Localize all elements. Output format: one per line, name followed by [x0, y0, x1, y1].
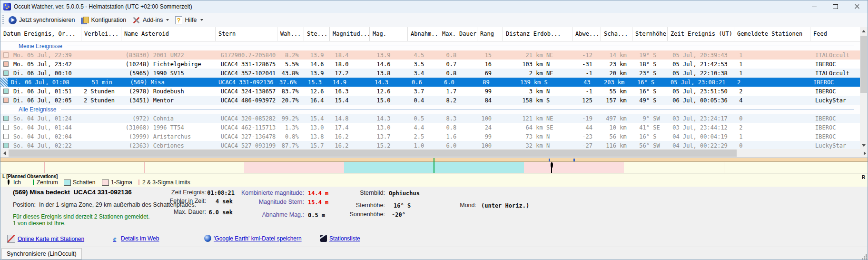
- cell-wah: 37.6%: [276, 79, 302, 86]
- table-row[interactable]: Di. 06 Jul, 00:10 (5965) 1990 SV15UCAC4 …: [0, 69, 861, 78]
- column-header[interactable]: Mag.: [370, 27, 408, 41]
- column-header[interactable]: Verblei...: [81, 27, 121, 41]
- column-header[interactable]: Feed: [810, 27, 861, 41]
- minimize-icon: [812, 7, 817, 7]
- your-station-text: 1 von diesen ist Ihre.: [13, 220, 66, 227]
- row-checkbox[interactable]: [3, 116, 9, 121]
- cell-name: (3999) Aristarchus: [122, 133, 216, 140]
- addins-menu-button[interactable]: Add-ins: [130, 14, 173, 26]
- column-header[interactable]: Abnahm...: [408, 27, 439, 41]
- online-map-link[interactable]: Online Karte mit Stationen: [7, 235, 84, 243]
- table-row[interactable]: So. 04 Jul, 02:04 (3999) AristarchusUCAC…: [0, 132, 861, 141]
- column-header[interactable]: Name Asteroid: [121, 27, 216, 41]
- column-header[interactable]: Magnitud...: [330, 27, 370, 41]
- cell-feed: IBEROC: [810, 115, 861, 122]
- scroll-up-button[interactable]: [860, 27, 868, 35]
- cell-distanz: 103 km N: [503, 61, 572, 68]
- column-header[interactable]: Gemeldete Stationen: [734, 27, 810, 41]
- cell-abnahm: 0.5: [408, 115, 440, 122]
- horizontal-scrollbar[interactable]: [0, 149, 868, 157]
- minimize-button[interactable]: [803, 0, 825, 13]
- sigma1-swatch-icon: [102, 180, 109, 186]
- resize-grip[interactable]: [861, 254, 867, 260]
- maximize-icon: [833, 4, 838, 9]
- sigma-limit-line: [144, 162, 145, 173]
- close-icon: [854, 4, 860, 10]
- cell-name: (5965) 1990 SV15: [122, 70, 216, 77]
- toolbar-grip[interactable]: [2, 15, 4, 25]
- time-error-value: 4 sek: [191, 198, 233, 205]
- column-header[interactable]: Stern: [216, 27, 277, 41]
- cell-stern: UCAC4 331-092136: [214, 79, 276, 86]
- help-menu-button[interactable]: Hilfe: [173, 14, 207, 26]
- cell-abwe: -23: [572, 133, 601, 140]
- vertical-scrollbar[interactable]: [860, 27, 868, 149]
- station-list-link[interactable]: Stationsliste: [320, 235, 360, 242]
- scroll-right-button[interactable]: [861, 149, 868, 157]
- row-checkbox[interactable]: [3, 134, 9, 139]
- table-row[interactable]: Di. 06 Jul, 01:512 Stunden (2978) Roudeb…: [0, 87, 861, 96]
- configuration-button[interactable]: Konfiguration: [79, 14, 130, 26]
- row-checkbox[interactable]: [0, 78, 8, 87]
- table-row[interactable]: So. 04 Jul, 01:44(31068) 1996 TT54UCAC4 …: [0, 123, 861, 132]
- cell-distanz: 73 km N: [503, 133, 572, 140]
- cell-scha: 203 km: [599, 79, 631, 86]
- table-row[interactable]: Di. 06 Jul, 01:08 51 min (569) MisaUCAC4…: [0, 78, 861, 87]
- column-header[interactable]: Abwe...: [572, 27, 601, 41]
- combined-magnitude-label: Kombinierte magnitude:: [229, 190, 304, 196]
- cell-magnitud: 18.0: [330, 61, 370, 68]
- arrow-right-icon: [864, 151, 866, 155]
- sync-now-button[interactable]: Jetzt synchronisieren: [7, 14, 79, 26]
- scroll-down-button[interactable]: [860, 141, 868, 149]
- scroll-left-button[interactable]: [0, 149, 8, 157]
- table-row[interactable]: So. 04 Jul, 02:22 (2363) CebrionesUCAC4 …: [0, 141, 861, 149]
- row-checkbox[interactable]: [3, 52, 9, 58]
- cell-mag: 13.7: [370, 133, 408, 140]
- row-checkbox[interactable]: [3, 143, 9, 148]
- row-checkbox[interactable]: [3, 61, 9, 67]
- cell-mag: 14.3: [370, 115, 408, 122]
- column-header[interactable]: Scha...: [601, 27, 632, 41]
- cell-stern: UCAC4 352-102041: [216, 70, 278, 77]
- web-details-link[interactable]: e Details im Web: [111, 235, 159, 242]
- column-header[interactable]: Distanz Erdob...: [503, 27, 572, 41]
- table-row[interactable]: Di. 06 Jul, 02:052 Stunden (3451) Mentor…: [0, 96, 861, 105]
- events-table: Datum Ereignis, Or...Verblei...Name Aste…: [0, 27, 861, 149]
- table-row[interactable]: Mo. 05 Jul, 23:42(10248) FichtelgebirgeU…: [0, 60, 861, 69]
- web-details-label: Details im Web: [121, 235, 159, 242]
- maximize-button[interactable]: [825, 0, 846, 13]
- column-header[interactable]: Wah...: [277, 27, 304, 41]
- cell-abnahm: 3.7: [408, 88, 440, 95]
- cell-feed: LuckyStar: [810, 142, 861, 149]
- column-header[interactable]: Sternhöhe: [632, 27, 668, 41]
- row-checkbox[interactable]: [3, 98, 9, 103]
- cell-stationen: 1: [734, 133, 810, 140]
- column-header[interactable]: Datum Ereignis, Or...: [0, 27, 81, 41]
- column-header[interactable]: Rang: [477, 27, 503, 41]
- column-header[interactable]: Zeit Ereignis (UT): [668, 27, 734, 41]
- row-checkbox[interactable]: [3, 125, 9, 130]
- cell-datum: Mo. 05 Jul, 22:39: [11, 52, 82, 59]
- column-header[interactable]: Max. Dauer: [439, 27, 477, 41]
- sun-altitude-label: Sonnenhöhe:: [334, 211, 385, 218]
- close-button[interactable]: [846, 0, 868, 13]
- cell-name: (10248) Fichtelgebirge: [122, 61, 216, 68]
- cell-stern: UCAC4 462-115713: [216, 124, 278, 131]
- row-checkbox[interactable]: [3, 89, 9, 94]
- cell-abwe: -31: [572, 61, 601, 68]
- column-header[interactable]: Ste...: [304, 27, 330, 41]
- center-line-icon: [33, 180, 34, 185]
- vertical-scroll-thumb[interactable]: [860, 36, 867, 93]
- cell-dauer: 1.7: [439, 88, 477, 95]
- table-row[interactable]: Mo. 05 Jul, 22:39(83830) 2001 UM22G17290…: [0, 50, 861, 60]
- horizontal-scroll-thumb[interactable]: [9, 150, 737, 157]
- group-header-row: Alle Ereignisse: [0, 105, 861, 114]
- table-row[interactable]: So. 04 Jul, 01:24 (972) CohniaUCAC4 320-…: [0, 114, 861, 123]
- cell-stern: UCAC4 320-085282: [216, 115, 278, 122]
- cell-rang: 100: [477, 115, 503, 122]
- table-header-row: Datum Ereignis, Or...Verblei...Name Aste…: [0, 27, 861, 41]
- row-checkbox[interactable]: [3, 70, 9, 76]
- cell-hoehe: 49° S: [632, 97, 668, 104]
- google-earth-kml-link[interactable]: 'Google Earth' kml-Datei speichern: [204, 235, 302, 242]
- cell-distanz: 64 km SE: [503, 124, 572, 131]
